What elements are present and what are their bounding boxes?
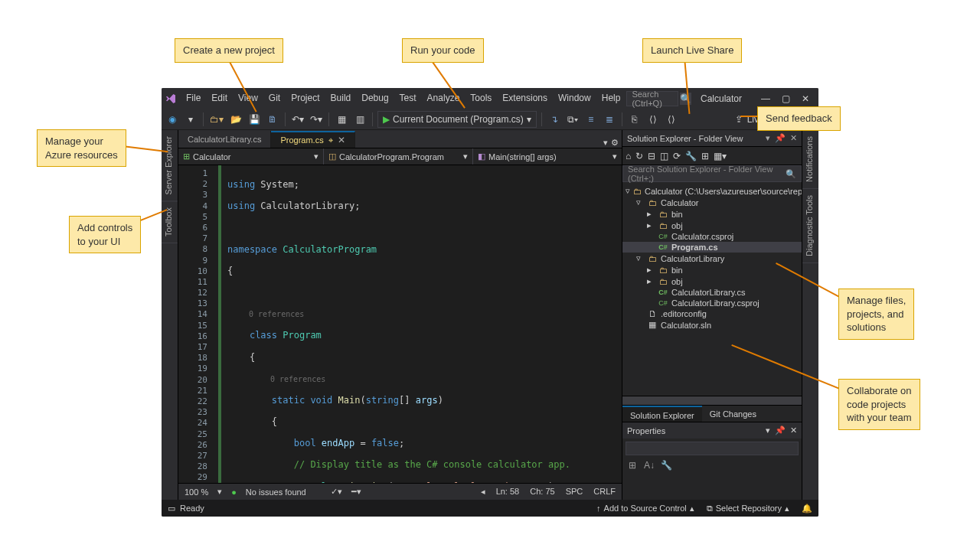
nav-class-dropdown[interactable]: ◫ CalculatorProgram.Program ▾ xyxy=(324,148,473,165)
server-explorer-tab[interactable]: Server Explorer xyxy=(162,130,178,201)
menu-window[interactable]: Window xyxy=(554,88,596,109)
tree-program-cs[interactable]: C#Program.cs xyxy=(622,242,802,253)
spellcheck-icon[interactable]: ✓▾ xyxy=(331,487,342,497)
refresh-icon[interactable]: ⟳ xyxy=(673,151,681,161)
pin-icon[interactable]: 📌 xyxy=(775,425,786,435)
tree-sln[interactable]: ▦Calculator.sln xyxy=(622,319,802,331)
add-to-source-control[interactable]: ↑ Add to Source Control ▴ xyxy=(596,504,694,514)
menu-extensions[interactable]: Extensions xyxy=(498,88,552,109)
tree-calculator[interactable]: ▿🗀Calculator xyxy=(622,197,802,208)
tab-calculator-library[interactable]: CalculatorLibrary.cs xyxy=(178,131,271,148)
menu-debug[interactable]: Debug xyxy=(357,88,393,109)
toolbox-tab[interactable]: Toolbox xyxy=(162,201,178,243)
tree-root[interactable]: ▿🗀Calculator (C:\Users\azureuser\source\… xyxy=(622,185,802,197)
maximize-button[interactable]: ▢ xyxy=(776,90,795,108)
alphabetical-icon[interactable]: A↓ xyxy=(642,458,656,472)
health-icon[interactable]: ━▾ xyxy=(351,487,361,497)
line-ending[interactable]: CRLF xyxy=(593,487,616,497)
sync-icon[interactable]: ↻ xyxy=(635,151,643,161)
nav-method-dropdown[interactable]: ◧ Main(string[] args) ▾ xyxy=(473,148,622,165)
tree-library-cs[interactable]: C#CalculatorLibrary.cs xyxy=(622,287,802,298)
issues-label[interactable]: No issues found xyxy=(246,487,306,497)
zoom-level[interactable]: 100 % xyxy=(185,487,208,497)
notifications-tab[interactable]: Notifications xyxy=(802,130,818,189)
menu-file[interactable]: File xyxy=(181,88,205,109)
close-button[interactable]: ✕ xyxy=(795,90,815,108)
menu-project[interactable]: Project xyxy=(286,88,324,109)
tab-git-changes[interactable]: Git Changes xyxy=(702,406,764,422)
menu-edit[interactable]: Edit xyxy=(207,88,232,109)
tree-editorconfig[interactable]: 🗋.editorconfig xyxy=(622,308,802,319)
config-button[interactable]: ▥ xyxy=(352,111,368,128)
tree-obj[interactable]: ▸🗀obj xyxy=(622,220,802,231)
pin-icon[interactable]: 📌 xyxy=(775,133,786,143)
extension-button[interactable]: ▦ xyxy=(334,111,349,128)
tree-obj2[interactable]: ▸🗀obj xyxy=(622,276,802,287)
panel-dropdown-icon[interactable]: ▾ xyxy=(766,133,770,143)
output-icon[interactable]: ▭ xyxy=(168,504,175,514)
tab-program[interactable]: Program.cs ⌖ ✕ xyxy=(271,131,354,148)
bookmark-button[interactable]: ⎘ xyxy=(627,111,642,128)
switch-view-icon[interactable]: ▦▾ xyxy=(714,151,727,161)
document-tabs: CalculatorLibrary.cs Program.cs ⌖ ✕ ▾ ⚙ xyxy=(178,130,622,148)
categorized-icon[interactable]: ⊞ xyxy=(626,458,639,472)
pin-icon[interactable]: ⌖ xyxy=(328,135,333,145)
save-button[interactable]: 💾 xyxy=(247,111,262,128)
menu-git[interactable]: Git xyxy=(264,88,285,109)
tree-bin[interactable]: ▸🗀bin xyxy=(622,208,802,220)
step-button[interactable]: ↴ xyxy=(547,111,562,128)
close-panel-icon[interactable]: ✕ xyxy=(790,425,797,435)
nav-project-dropdown[interactable]: ⊞ Calculator ▾ xyxy=(178,148,324,165)
callout-new-project: Create a new project xyxy=(175,38,283,63)
run-button[interactable]: ▶ Current Document (Program.cs) ▾ xyxy=(377,111,537,128)
code-editor[interactable]: 1234 5678 91011 12131415 16171819 202122… xyxy=(178,165,622,483)
redo-button[interactable]: ↷▾ xyxy=(309,111,324,128)
properties-icon[interactable]: 🔧 xyxy=(659,458,673,472)
minimize-button[interactable]: — xyxy=(756,90,776,108)
doc-gear-icon[interactable]: ⚙ xyxy=(611,138,619,148)
tree-csproj[interactable]: C#Calculator.csproj xyxy=(622,231,802,242)
tree-library-csproj[interactable]: C#CalculatorLibrary.csproj xyxy=(622,298,802,308)
open-button[interactable]: 📂 xyxy=(228,111,243,128)
indent-mode[interactable]: SPC xyxy=(566,487,583,497)
codelens-class[interactable]: 0 references xyxy=(249,310,304,318)
codelens-method[interactable]: 0 references xyxy=(270,375,325,383)
panel-dropdown-icon[interactable]: ▾ xyxy=(766,425,770,435)
diagnostic-tools-tab[interactable]: Diagnostic Tools xyxy=(802,189,818,263)
select-repository[interactable]: ⧉ Select Repository ▴ xyxy=(707,504,789,514)
menu-test[interactable]: Test xyxy=(395,88,421,109)
menu-tools[interactable]: Tools xyxy=(466,88,496,109)
indent-button[interactable]: ≡ xyxy=(583,111,599,128)
tree-calculator-library[interactable]: ▿🗀CalculatorLibrary xyxy=(622,253,802,264)
menu-build[interactable]: Build xyxy=(326,88,356,109)
close-panel-icon[interactable]: ✕ xyxy=(790,133,797,143)
search-icon[interactable]: 🔍 xyxy=(680,93,691,105)
outdent-button[interactable]: ≣ xyxy=(602,111,617,128)
save-all-button[interactable]: 🗎 xyxy=(265,111,280,128)
collapse-icon[interactable]: ⊟ xyxy=(648,151,655,161)
forward-button[interactable]: ▾ xyxy=(183,111,198,128)
chevron-up-icon: ▴ xyxy=(785,504,789,514)
close-tab-icon[interactable]: ✕ xyxy=(338,135,345,145)
nav2-button[interactable]: ⟨⟩ xyxy=(664,111,679,128)
show-all-icon[interactable]: ◫ xyxy=(660,151,668,161)
solution-scrollbar[interactable] xyxy=(622,396,802,405)
menu-help[interactable]: Help xyxy=(597,88,626,109)
code-content[interactable]: using System; using CalculatorLibrary; n… xyxy=(221,165,622,483)
nav-button[interactable]: ⟨⟩ xyxy=(645,111,661,128)
back-button[interactable]: ◉ xyxy=(165,111,180,128)
undo-button[interactable]: ↶▾ xyxy=(290,111,305,128)
tree-bin2[interactable]: ▸🗀bin xyxy=(622,264,802,276)
bell-icon[interactable]: 🔔 xyxy=(802,504,812,514)
toolbar-separator xyxy=(622,112,622,126)
tab-solution-explorer[interactable]: Solution Explorer xyxy=(622,406,702,422)
process-button[interactable]: ⧉▾ xyxy=(565,111,580,128)
view-icon[interactable]: ⊞ xyxy=(701,151,709,161)
doc-dropdown[interactable]: ▾ xyxy=(603,138,608,148)
properties-icon[interactable]: 🔧 xyxy=(685,151,697,161)
search-input[interactable]: Search (Ctrl+Q) xyxy=(626,91,678,106)
new-project-button[interactable]: 🗀▾ xyxy=(208,111,225,128)
solution-search-input[interactable]: Search Solution Explorer - Folder View (… xyxy=(622,165,802,182)
home-icon[interactable]: ⌂ xyxy=(626,151,631,161)
properties-selector[interactable] xyxy=(626,442,799,455)
